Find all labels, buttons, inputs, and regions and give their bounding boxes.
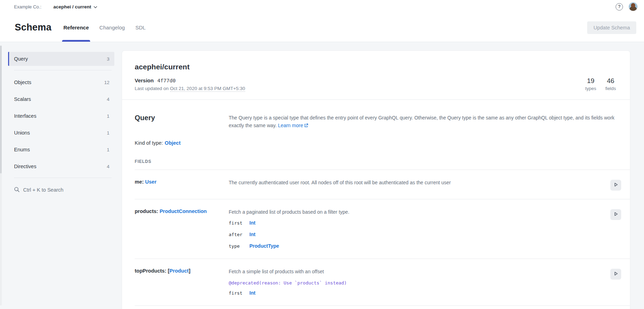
arg-row: type ProductType [229,243,610,250]
field-args: first Int [229,290,610,297]
nav-item-label: Query [14,56,28,62]
play-icon [613,271,618,277]
search-hint-label: Ctrl + K to Search [23,187,63,193]
field-row-products: products: ProductConnection Fetch a pagi… [135,199,630,259]
schema-tabs: Reference Changelog SDL [63,13,146,42]
kind-label: Kind of type: [135,140,163,146]
divider [14,178,112,178]
arg-name: first [229,220,249,226]
nav-item-count: 4 [107,97,109,102]
field-signature: me: User [135,179,229,191]
topbar-actions: ? [616,2,638,11]
field-description: Fetch a paginated list of products based… [229,208,610,215]
search-trigger[interactable]: Ctrl + K to Search [8,181,114,198]
nav-item-label: Interfaces [14,113,36,119]
field-name: topProducts: [135,268,166,274]
nav-item-label: Objects [14,80,31,85]
field-description: Fetch a simple list of products with an … [229,268,610,275]
arg-type-link[interactable]: ProductType [249,243,279,249]
stat-label: fields [605,86,616,91]
field-details: Fetch a paginated list of products based… [229,208,610,250]
divider [135,305,630,306]
version-line: Version 4f77d0 [135,77,245,83]
field-type-link[interactable]: ProductConnection [160,208,207,214]
help-icon[interactable]: ? [616,3,623,11]
graph-summary-header: acephei/current Version 4f77d0 Last upda… [122,51,630,99]
field-details: The currently authenticated user root. A… [229,179,610,191]
nav-item-label: Enums [14,147,30,152]
arg-type-link[interactable]: Int [249,290,255,296]
stat-value: 46 [605,77,616,85]
chevron-down-icon [94,4,97,10]
nav-item-count: 4 [107,164,109,169]
graph-summary-left: acephei/current Version 4f77d0 Last upda… [135,63,245,91]
update-schema-button[interactable]: Update Schema [587,21,636,34]
bracket-close: ] [189,268,190,274]
field-name: me: [135,179,144,185]
query-type-section: Query The Query type is a special type t… [122,100,630,170]
arg-name: first [229,290,249,296]
org-label: Example Co.: [14,4,41,9]
field-details: Fetch a simple list of products with an … [229,268,610,297]
stat-label: types [585,86,596,91]
type-name-heading: Query [135,114,229,130]
sidebar-item-enums[interactable]: Enums 1 [8,141,114,158]
user-avatar[interactable] [629,2,638,11]
arg-type-link[interactable]: Int [249,232,255,237]
sidebar-item-interfaces[interactable]: Interfaces 1 [8,108,114,124]
field-type-link[interactable]: User [145,179,156,185]
left-scrollbar[interactable] [0,46,2,305]
field-name: products: [135,208,158,214]
sidebar-item-query[interactable]: Query 3 [8,52,114,66]
field-type-link[interactable]: Product [169,268,189,274]
field-signature: products: ProductConnection [135,208,229,250]
type-description: The Query type is a special type that de… [229,114,615,130]
field-description: The currently authenticated user root. A… [229,179,610,186]
stat-fields: 46 fields [605,77,616,91]
kind-value-link[interactable]: Object [165,140,181,146]
arg-name: type [229,243,249,249]
external-link-icon [304,122,308,130]
nav-item-label: Unions [14,130,30,136]
nav-item-count: 1 [107,147,109,152]
tab-changelog[interactable]: Changelog [99,13,125,42]
arg-row: after Int [229,232,610,239]
sidebar-item-objects[interactable]: Objects 12 [8,74,114,91]
content-area: Query 3 Objects 12 Scalars 4 Interfaces … [0,42,644,309]
kind-of-type-line: Kind of type:Object [135,140,616,146]
nav-item-label: Scalars [14,96,31,102]
stat-types: 19 types [585,77,596,91]
graph-title: acephei/current [135,63,245,71]
run-query-button[interactable] [610,180,621,191]
learn-more-link[interactable]: Learn more [278,123,303,128]
schema-reference-card: acephei/current Version 4f77d0 Last upda… [122,50,630,309]
last-updated-date: Oct 21, 2020 at 9:53 PM GMT+5:30 [170,86,245,92]
page-title: Schema [15,22,52,33]
graph-picker-value: acephei / current [53,4,91,9]
graph-picker-dropdown[interactable]: acephei / current [53,4,97,10]
version-label: Version [135,77,154,83]
last-updated-prefix: Last updated on [135,86,170,91]
deprecated-annotation: @deprecated(reason: Use `products` inste… [229,280,610,286]
arg-name: after [229,232,249,237]
arg-row: first Int [229,290,610,297]
nav-item-count: 1 [107,114,109,119]
field-signature: topProducts: [Product] [135,268,229,297]
field-args: first Int after Int type ProductType [229,220,610,250]
tab-reference[interactable]: Reference [63,13,89,42]
nav-item-label: Directives [14,164,36,169]
sidebar-item-scalars[interactable]: Scalars 4 [8,91,114,108]
run-query-button[interactable] [610,209,621,220]
arg-type-link[interactable]: Int [249,220,255,226]
sidebar-item-unions[interactable]: Unions 1 [8,124,114,141]
arg-row: first Int [229,220,610,227]
last-updated-line: Last updated on Oct 21, 2020 at 9:53 PM … [135,86,245,91]
fields-section-label: FIELDS [135,159,616,170]
nav-item-count: 12 [104,80,109,85]
page-header: Schema Reference Changelog SDL Update Sc… [0,13,644,42]
tab-sdl[interactable]: SDL [135,13,146,42]
run-query-button[interactable] [610,269,621,280]
sidebar-item-directives[interactable]: Directives 4 [8,158,114,175]
scrollbar-thumb[interactable] [0,46,2,173]
schema-stats: 19 types 46 fields [585,77,616,91]
